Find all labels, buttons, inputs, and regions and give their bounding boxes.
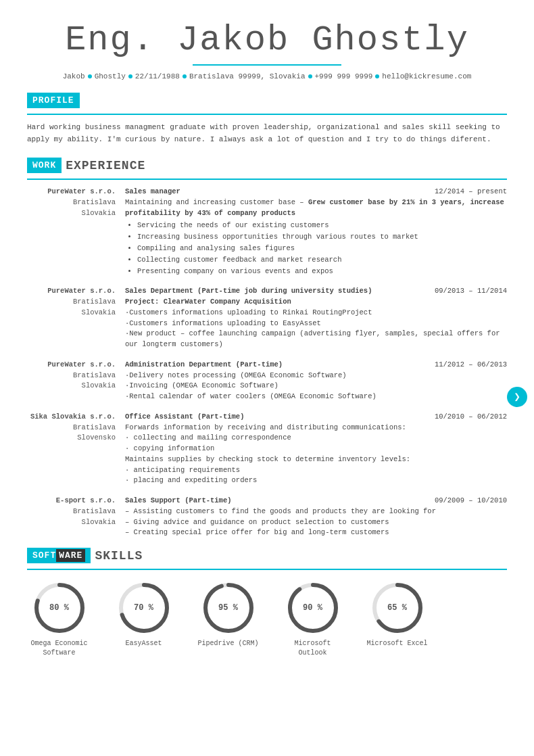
skill-name: Microsoft Outlook	[281, 639, 345, 658]
work-left-2: PureWater s.r.o. Bratislava Slovakia	[27, 286, 125, 350]
skill-pct: 90 %	[303, 603, 322, 613]
bullet-1-2: Increasing business opportunities throug…	[137, 231, 507, 243]
dot1	[88, 74, 92, 78]
contact-location: Bratislava 99999, Slovakia	[189, 72, 306, 80]
work-divider	[27, 179, 507, 180]
work-right-2: 09/2013 – 11/2014 Sales Department (Part…	[125, 286, 507, 350]
city-5: Bratislava	[27, 506, 116, 517]
title-underline	[193, 64, 341, 66]
skill-circle: 65 %	[370, 581, 424, 635]
skill-pct: 65 %	[387, 603, 407, 613]
job-desc-2c: ·New product – coffee launching campaign…	[125, 329, 500, 348]
skill-pct: 70 %	[134, 603, 153, 613]
work-entry-1: PureWater s.r.o. Bratislava Slovakia 12/…	[27, 187, 507, 277]
work-left-3: PureWater s.r.o. Bratislava Slovakia	[27, 360, 125, 402]
skills-tag: SOFTWARE	[27, 548, 91, 563]
skill-circle: 80 %	[32, 581, 87, 635]
dot4	[308, 74, 312, 78]
project-2: Project: ClearWater Company Acquisition	[125, 298, 291, 306]
country-4: Slovensko	[27, 433, 116, 444]
work-left-5: E-sport s.r.o. Bratislava Slovakia	[27, 496, 125, 538]
bullet-1-5: Presenting company on various events and…	[137, 266, 507, 277]
bullet-1-3: Compiling and analysing sales figures	[137, 243, 507, 254]
work-entries: PureWater s.r.o. Bratislava Slovakia 12/…	[27, 187, 507, 538]
skills-circles: 80 % Omega EconomicSoftware 70 % EasyAss…	[27, 581, 507, 658]
city-1: Bratislava	[27, 197, 116, 208]
company-3: PureWater s.r.o.	[27, 360, 116, 371]
job-bullets-1: Servicing the needs of our existing cust…	[125, 220, 507, 277]
skill-circle: 70 %	[117, 581, 171, 635]
date-1: 12/2014 – present	[435, 187, 507, 197]
dot5	[375, 74, 379, 78]
profile-tag: PROFILE	[27, 93, 80, 108]
country-1: Slovakia	[27, 208, 116, 219]
skills-title: SKILLS	[95, 549, 143, 563]
job-desc-4a: Forwards information by receiving and di…	[125, 423, 406, 431]
work-entry-2: PureWater s.r.o. Bratislava Slovakia 09/…	[27, 286, 507, 350]
job-desc-4e: · anticipating requirements	[125, 466, 240, 474]
dot2	[128, 74, 132, 78]
skill-pct: 80 %	[49, 603, 69, 613]
next-button[interactable]: ❯	[507, 387, 527, 407]
contact-phone: +999 999 9999	[315, 72, 373, 80]
company-5: E-sport s.r.o.	[27, 496, 116, 506]
job-title-4: Office Assistant (Part-time)	[125, 412, 244, 421]
contact-email: hello@kickresume.com	[382, 72, 471, 80]
skill-name: Microsoft Excel	[366, 639, 427, 648]
skills-section-header: SOFTWARE SKILLS	[27, 548, 507, 563]
job-desc-4c: · copying information	[125, 444, 214, 452]
skill-name: EasyAsset	[125, 639, 162, 648]
skill-item: 70 % EasyAsset	[112, 581, 176, 648]
work-section-header: WORK EXPERIENCE	[27, 158, 507, 173]
company-1: PureWater s.r.o.	[27, 187, 116, 197]
job-desc-5b: – Giving advice and guidance on product …	[125, 518, 389, 526]
work-entry-4: Sika Slovakia s.r.o. Bratislava Slovensk…	[27, 412, 507, 486]
skill-circle: 95 %	[201, 581, 256, 635]
contact-surname: Ghostly	[95, 72, 126, 80]
country-5: Slovakia	[27, 517, 116, 528]
contact-dob: 22/11/1988	[135, 72, 180, 80]
work-left-1: PureWater s.r.o. Bratislava Slovakia	[27, 187, 125, 277]
job-desc-3a: ·Delivery notes processing (OMEGA Econom…	[125, 371, 347, 379]
profile-text: Hard working business managment graduate…	[27, 122, 507, 145]
job-desc-1: Maintaining and increasing customer base…	[125, 198, 504, 217]
city-4: Bratislava	[27, 423, 116, 433]
dot3	[183, 74, 187, 78]
bullet-1-1: Servicing the needs of our existing cust…	[137, 220, 507, 231]
job-desc-2b: ·Customers informations uploading to Eas…	[125, 319, 321, 327]
job-desc-3c: ·Rental calendar of water coolers (OMEGA…	[125, 392, 377, 400]
skill-circle: 90 %	[286, 581, 340, 635]
work-right-5: 09/2009 – 10/2010 Sales Support (Part-ti…	[125, 496, 507, 538]
job-desc-4b: · collecting and mailing correspondence	[125, 433, 291, 442]
country-2: Slovakia	[27, 308, 116, 318]
city-3: Bratislava	[27, 371, 116, 381]
work-tag: WORK	[27, 158, 62, 173]
profile-divider	[27, 114, 507, 115]
header: Eng. Jakob Ghostly Jakob Ghostly 22/11/1…	[27, 20, 507, 80]
country-3: Slovakia	[27, 381, 116, 392]
job-title-3: Administration Department (Part-time)	[125, 360, 283, 369]
date-3: 11/2012 – 06/2013	[435, 360, 507, 371]
skill-pct: 95 %	[218, 603, 238, 613]
skill-name: Pipedrive (CRM)	[197, 639, 258, 648]
skill-item: 65 % Microsoft Excel	[365, 581, 429, 648]
job-desc-5c: – Creating special price offer for big a…	[125, 528, 389, 536]
bullet-1-4: Collecting customer feedback and market …	[137, 254, 507, 266]
work-entry-5: E-sport s.r.o. Bratislava Slovakia 09/20…	[27, 496, 507, 538]
date-4: 10/2010 – 06/2012	[435, 412, 507, 423]
skill-item: 95 % Pipedrive (CRM)	[196, 581, 260, 648]
job-desc-5a: – Assisting customers to find the goods …	[125, 507, 436, 515]
work-right-4: 10/2010 – 06/2012 Office Assistant (Part…	[125, 412, 507, 486]
contact-name: Jakob	[63, 72, 85, 80]
job-title-1: Sales manager	[125, 187, 180, 195]
company-2: PureWater s.r.o.	[27, 286, 116, 297]
skill-item: 80 % Omega EconomicSoftware	[27, 581, 91, 658]
job-desc-3b: ·Invoicing (OMEGA Economic Software)	[125, 381, 278, 389]
work-left-4: Sika Slovakia s.r.o. Bratislava Slovensk…	[27, 412, 125, 486]
company-4: Sika Slovakia s.r.o.	[27, 412, 116, 423]
job-desc-4d: Maintains supplies by checking stock to …	[125, 455, 410, 463]
work-right-3: 11/2012 – 06/2013 Administration Departm…	[125, 360, 507, 402]
work-right-1: 12/2014 – present Sales manager Maintain…	[125, 187, 507, 277]
skill-item: 90 % Microsoft Outlook	[281, 581, 345, 658]
job-desc-2a: ·Customers informations uploading to Rin…	[125, 308, 372, 316]
